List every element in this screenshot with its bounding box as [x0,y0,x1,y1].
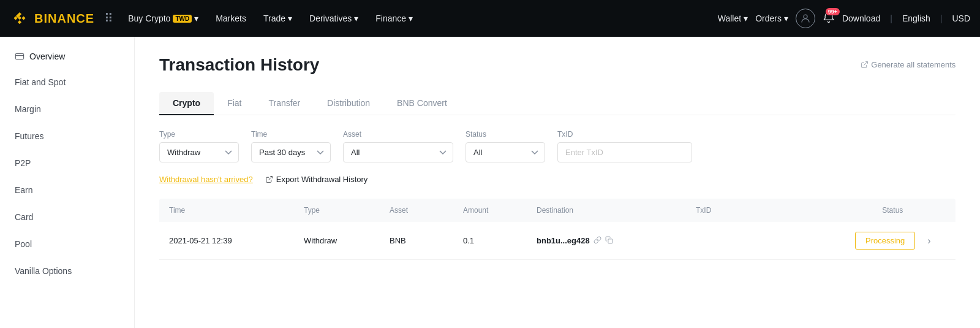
status-filter-group: Status All Completed Processing Failed [466,130,545,162]
link-icon[interactable] [594,236,601,246]
asset-select[interactable]: All BNB BTC ETH [343,142,453,162]
sidebar-overview-label: Overview [29,51,65,61]
th-status: Status [855,206,927,215]
sidebar-item-pool[interactable]: Pool [0,231,134,257]
nav-trade[interactable]: Trade ▾ [256,10,300,27]
user-icon [800,13,811,24]
tab-crypto[interactable]: Crypto [159,92,214,115]
wallet-arrow-icon: ▾ [744,13,748,23]
asset-filter-group: Asset All BNB BTC ETH [343,130,453,162]
external-link-icon [861,61,869,69]
nav-finance[interactable]: Finance ▾ [368,10,420,27]
svg-rect-2 [15,53,23,59]
sidebar-item-futures[interactable]: Futures [0,123,134,150]
sidebar-item-p2p[interactable]: P2P [0,150,134,177]
status-badge: Processing [855,232,915,250]
title-row: Transaction History Generate all stateme… [159,55,956,92]
orders-nav-item[interactable]: Orders ▾ [755,13,788,23]
txid-filter-group: TxID [557,130,692,162]
status-filter-label: Status [466,130,545,139]
type-filter-group: Type Withdraw Deposit [159,130,239,162]
language-selector[interactable]: English [902,13,930,23]
time-select[interactable]: Past 30 days Past 90 days Past year [251,142,331,162]
filters-row: Type Withdraw Deposit Time Past 30 days … [159,130,956,162]
sidebar-item-overview[interactable]: Overview [0,44,134,69]
withdrawal-not-arrived-link[interactable]: Withdrawal hasn't arrived? [159,175,253,184]
export-icon [265,175,273,183]
sidebar-item-vanilla-options[interactable]: Vanilla Options [0,257,134,284]
links-row: Withdrawal hasn't arrived? Export Withdr… [159,175,956,184]
sidebar: Overview Fiat and Spot Margin Futures P2… [0,37,135,328]
asset-filter-label: Asset [343,130,453,139]
logo-text: BINANCE [34,12,94,26]
th-destination: Destination [537,206,696,215]
wallet-nav-item[interactable]: Wallet ▾ [718,13,748,23]
currency-selector[interactable]: USD [952,13,970,23]
twd-badge: TWD [173,15,192,23]
finance-arrow-icon: ▾ [409,13,413,23]
svg-rect-6 [608,238,612,243]
tab-bnb-convert[interactable]: BNB Convert [383,92,461,115]
generate-statements-link[interactable]: Generate all statements [861,60,956,69]
row-expand-arrow[interactable]: › [927,235,946,246]
tab-transfer[interactable]: Transfer [255,92,314,115]
nav-divider2: | [940,13,943,23]
svg-point-1 [804,15,807,18]
nav-markets[interactable]: Markets [208,10,254,27]
copy-icon[interactable] [605,236,613,246]
type-select[interactable]: Withdraw Deposit [159,142,239,162]
sidebar-item-card[interactable]: Card [0,204,134,231]
page-layout: Overview Fiat and Spot Margin Futures P2… [0,37,980,328]
th-time: Time [169,206,304,215]
svg-line-4 [864,62,868,66]
nav-buy-crypto[interactable]: Buy Crypto TWD ▾ [121,10,206,27]
td-time: 2021-05-21 12:39 [169,236,304,245]
th-asset: Asset [390,206,463,215]
td-asset: BNB [390,236,463,245]
derivatives-arrow-icon: ▾ [354,13,358,23]
td-amount: 0.1 [463,236,537,245]
destination-address: bnb1u...eg428 [537,236,590,245]
main-content: Transaction History Generate all stateme… [135,37,980,328]
buy-crypto-arrow-icon: ▾ [194,13,198,23]
credit-card-icon [15,51,24,61]
nav-derivatives[interactable]: Derivatives ▾ [302,10,366,27]
td-destination: bnb1u...eg428 [537,236,696,246]
status-select[interactable]: All Completed Processing Failed [466,142,545,162]
top-navbar: BINANCE ⠿ Buy Crypto TWD ▾ Markets Trade… [0,0,980,37]
download-link[interactable]: Download [842,13,880,23]
txid-filter-label: TxID [557,130,692,139]
orders-arrow-icon: ▾ [784,13,788,23]
sidebar-item-earn[interactable]: Earn [0,177,134,204]
time-filter-label: Time [251,130,331,139]
nav-links: Buy Crypto TWD ▾ Markets Trade ▾ Derivat… [121,10,718,27]
td-status: Processing [855,232,927,250]
th-txid: TxID [696,206,855,215]
export-withdrawal-history-link[interactable]: Export Withdrawal History [265,175,368,184]
grid-menu-icon[interactable]: ⠿ [104,11,113,26]
nav-right: Wallet ▾ Orders ▾ 99+ Download | English [718,9,970,28]
tab-bar: Crypto Fiat Transfer Distribution BNB Co… [159,92,956,115]
txid-input[interactable] [557,142,692,162]
svg-line-5 [268,177,272,180]
th-amount: Amount [463,206,537,215]
td-type: Withdraw [304,236,390,245]
nav-divider: | [890,13,892,23]
sidebar-item-margin[interactable]: Margin [0,96,134,123]
binance-logo-icon [10,9,29,28]
th-arrow [927,206,946,215]
tab-fiat[interactable]: Fiat [214,92,255,115]
page-title: Transaction History [159,55,319,75]
notification-count: 99+ [826,8,840,15]
time-filter-group: Time Past 30 days Past 90 days Past year [251,130,331,162]
type-filter-label: Type [159,130,239,139]
th-type: Type [304,206,390,215]
logo-area[interactable]: BINANCE [10,9,94,28]
transaction-table: Time Type Asset Amount Destination TxID … [159,199,956,260]
table-header: Time Type Asset Amount Destination TxID … [159,199,956,222]
notification-bell[interactable]: 99+ [823,12,835,26]
sidebar-item-fiat-and-spot[interactable]: Fiat and Spot [0,69,134,96]
table-row: 2021-05-21 12:39 Withdraw BNB 0.1 bnb1u.… [159,222,956,260]
tab-distribution[interactable]: Distribution [314,92,383,115]
avatar[interactable] [796,9,815,28]
